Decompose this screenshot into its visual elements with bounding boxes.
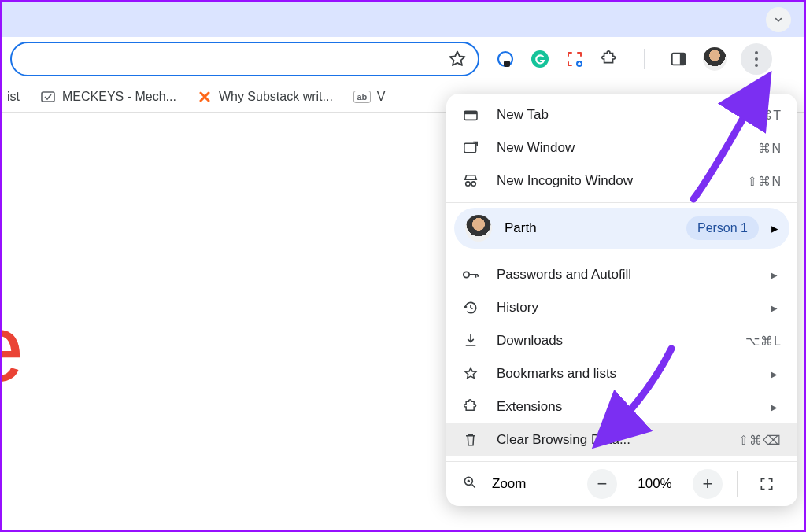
window-titlebar — [2, 2, 804, 37]
window-icon — [462, 141, 479, 155]
menu-profile-row[interactable]: Parth Person 1 ▸ — [454, 208, 789, 249]
zoom-label: Zoom — [492, 476, 573, 492]
chevron-down-icon — [772, 13, 785, 26]
profile-avatar[interactable] — [703, 47, 727, 71]
menu-zoom-row: Zoom − 100% + — [446, 462, 797, 506]
zoom-in-button[interactable]: + — [693, 469, 723, 499]
history-icon — [462, 300, 479, 316]
menu-label: Passwords and Autofill — [497, 267, 753, 283]
bookmark-favicon — [40, 89, 56, 105]
trash-icon — [462, 432, 479, 448]
annotation-arrow-to-clear-data — [585, 341, 687, 454]
toolbar-icons-group — [495, 43, 775, 75]
dashlane-extension-icon[interactable] — [495, 49, 516, 69]
magnifier-icon — [462, 475, 478, 494]
bookmark-item[interactable]: Why Substack writ... — [197, 89, 333, 105]
address-bar[interactable] — [10, 42, 479, 76]
svg-rect-10 — [464, 143, 476, 152]
menu-item-history[interactable]: History ▸ — [446, 291, 797, 324]
bookmark-label: MECKEYS - Mech... — [62, 90, 176, 104]
bookmark-star-icon[interactable] — [448, 50, 467, 68]
more-menu-button[interactable] — [741, 43, 772, 75]
svg-point-13 — [464, 272, 469, 277]
grammarly-extension-icon[interactable] — [530, 49, 550, 69]
bookmark-label: Why Substack writ... — [219, 90, 333, 104]
profile-avatar-icon — [465, 215, 492, 242]
bookmark-item[interactable]: MECKEYS - Mech... — [40, 89, 176, 105]
bookmark-favicon: ab — [353, 91, 371, 103]
extensions-puzzle-icon[interactable] — [599, 49, 619, 69]
screenshot-extension-icon[interactable] — [564, 49, 585, 69]
chevron-right-icon: ▸ — [771, 366, 782, 382]
chevron-right-icon: ▸ — [771, 267, 782, 283]
chevron-right-icon: ▸ — [771, 220, 778, 237]
fullscreen-button[interactable] — [752, 469, 782, 499]
divider — [737, 471, 738, 497]
menu-shortcut: ⌥⌘L — [745, 334, 782, 349]
bookmark-label: V — [377, 90, 386, 104]
side-panel-icon[interactable] — [668, 49, 689, 69]
zoom-out-button[interactable]: − — [587, 469, 617, 499]
chevron-right-icon: ▸ — [771, 399, 782, 416]
menu-shortcut: ⇧⌘⌫ — [738, 433, 782, 448]
incognito-icon — [462, 174, 479, 188]
toolbar-separator — [634, 49, 654, 69]
menu-label: History — [497, 300, 753, 316]
svg-rect-6 — [42, 92, 54, 102]
tab-icon — [462, 109, 479, 121]
svg-point-12 — [471, 182, 475, 186]
star-icon — [462, 366, 479, 382]
download-icon — [462, 333, 479, 349]
svg-rect-1 — [504, 61, 510, 67]
key-icon — [462, 269, 479, 280]
svg-point-2 — [531, 50, 549, 68]
collapse-tabstrip-button[interactable] — [766, 7, 791, 32]
bookmark-label: ist — [7, 90, 20, 104]
profile-name: Parth — [505, 220, 674, 236]
annotation-arrow-to-more-menu — [686, 73, 780, 210]
svg-rect-9 — [464, 111, 477, 114]
svg-rect-5 — [680, 54, 685, 65]
menu-item-passwords[interactable]: Passwords and Autofill ▸ — [446, 258, 797, 291]
bookmark-item[interactable]: ab V — [353, 90, 386, 104]
svg-point-11 — [466, 182, 470, 186]
profile-badge: Person 1 — [686, 216, 759, 240]
chevron-right-icon: ▸ — [771, 300, 782, 316]
bookmark-favicon — [197, 89, 213, 105]
browser-toolbar — [2, 37, 804, 81]
bookmark-item[interactable]: ist — [7, 90, 20, 104]
zoom-value: 100% — [631, 476, 678, 492]
google-logo-fragment: le — [0, 294, 19, 402]
puzzle-icon — [462, 399, 479, 415]
